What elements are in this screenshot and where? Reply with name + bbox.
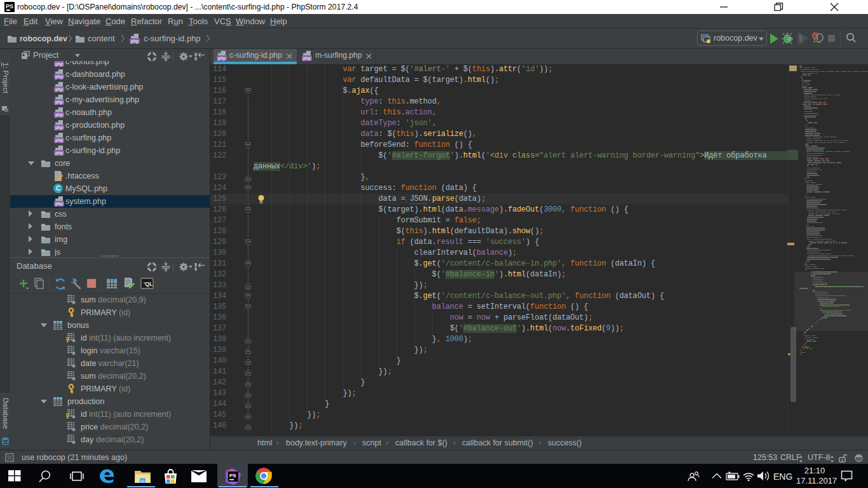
- svg-text:'QL: 'QL: [144, 281, 153, 287]
- svg-text:PS: PS: [229, 473, 236, 478]
